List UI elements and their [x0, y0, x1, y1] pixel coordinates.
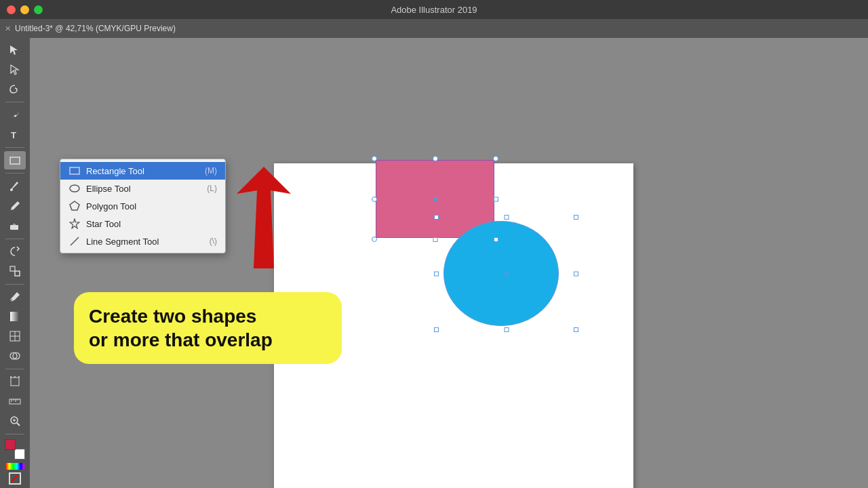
selection-tool[interactable] — [4, 41, 26, 59]
tab-close-icon[interactable]: ✕ — [3, 24, 12, 33]
menu-item-line-segment-label: Line Segment Tool — [86, 237, 204, 247]
svg-rect-26 — [70, 167, 79, 174]
menu-item-rectangle[interactable]: Rectangle Tool (M) — [60, 162, 225, 180]
eraser-tool[interactable] — [4, 216, 26, 235]
blue-circle[interactable] — [443, 221, 559, 326]
gradient-strip[interactable] — [5, 463, 24, 470]
eyedropper-tool[interactable] — [4, 287, 26, 306]
ellipse-tool-icon — [68, 182, 81, 195]
pen-tool[interactable] — [4, 106, 26, 124]
tab-label[interactable]: Untitled-3* @ 42,71% (CMYK/GPU Preview) — [15, 24, 176, 33]
separator-5 — [5, 284, 24, 285]
menu-item-rectangle-shortcut: (M) — [205, 166, 217, 176]
color-swatch-area[interactable] — [5, 439, 25, 460]
menu-item-polygon-label: Polygon Tool — [86, 201, 212, 211]
menu-item-star-label: Star Tool — [86, 219, 212, 229]
paintbrush-tool[interactable] — [4, 177, 26, 195]
svg-rect-17 — [9, 399, 20, 404]
fill-color-swatch[interactable] — [14, 449, 25, 460]
direct-selection-tool[interactable] — [4, 60, 26, 79]
ruler-tool[interactable] — [4, 392, 26, 411]
separator-bottom — [5, 434, 24, 434]
rotate-tool[interactable] — [4, 242, 26, 260]
svg-rect-3 — [10, 225, 18, 230]
svg-rect-5 — [15, 271, 20, 276]
menu-item-rectangle-label: Rectangle Tool — [86, 166, 199, 176]
separator-4 — [5, 239, 24, 239]
left-toolbar: T — [0, 38, 30, 488]
window-controls[interactable] — [7, 5, 43, 14]
svg-point-27 — [70, 185, 79, 192]
tab-bar: ✕ Untitled-3* @ 42,71% (CMYK/GPU Preview… — [0, 19, 868, 38]
shape-context-menu: Rectangle Tool (M) Ellipse Tool (L) Poly… — [60, 159, 226, 253]
close-button[interactable] — [7, 5, 16, 14]
menu-item-line-segment[interactable]: Line Segment Tool (\) — [60, 232, 225, 250]
menu-item-polygon[interactable]: Polygon Tool — [60, 197, 225, 215]
svg-rect-7 — [10, 312, 20, 321]
pencil-tool[interactable] — [4, 197, 26, 215]
minimize-button[interactable] — [20, 5, 29, 14]
stroke-color-swatch[interactable] — [5, 439, 16, 450]
callout-text-line1: Create two shapes or more that overlap — [89, 304, 327, 352]
svg-point-2 — [10, 188, 13, 191]
mesh-tool[interactable] — [4, 327, 26, 346]
menu-item-line-segment-shortcut: (\) — [210, 237, 217, 246]
svg-line-30 — [71, 237, 79, 245]
menu-item-ellipse-shortcut: (L) — [207, 184, 217, 193]
rect-tool-icon — [68, 165, 81, 177]
scale-tool[interactable] — [4, 262, 26, 280]
separator-1 — [5, 102, 24, 102]
svg-marker-28 — [70, 201, 79, 210]
svg-line-23 — [17, 423, 20, 426]
svg-rect-1 — [10, 157, 20, 164]
svg-rect-4 — [10, 266, 15, 271]
zoom-tool[interactable] — [4, 412, 26, 430]
separator-3 — [5, 173, 24, 174]
maximize-button[interactable] — [34, 5, 43, 14]
separator-6 — [5, 369, 24, 369]
svg-marker-29 — [70, 219, 79, 228]
no-color-box[interactable] — [9, 472, 21, 485]
callout-line1: Create two shapes — [89, 306, 256, 327]
menu-item-ellipse-label: Ellipse Tool — [86, 184, 201, 194]
type-tool[interactable]: T — [4, 125, 26, 144]
line-segment-tool-icon — [68, 235, 81, 247]
app-title: Adobe Illustrator 2019 — [391, 5, 477, 15]
callout-box: Create two shapes or more that overlap — [74, 292, 342, 364]
title-bar: Adobe Illustrator 2019 — [0, 0, 868, 19]
artboard-tool[interactable] — [4, 373, 26, 391]
lasso-tool[interactable] — [4, 80, 26, 98]
svg-text:T: T — [11, 130, 16, 140]
canvas-area[interactable]: Rectangle Tool (M) Ellipse Tool (L) Poly… — [30, 38, 868, 488]
gradient-tool[interactable] — [4, 308, 26, 326]
main-layout: T — [0, 38, 868, 488]
separator-2 — [5, 147, 24, 148]
svg-rect-13 — [11, 378, 19, 386]
shape-builder-tool[interactable] — [4, 347, 26, 365]
shape-tool[interactable] — [4, 151, 26, 169]
toolbar-bottom — [5, 432, 25, 488]
menu-item-star[interactable]: Star Tool — [60, 215, 225, 232]
polygon-tool-icon — [68, 200, 81, 212]
menu-item-ellipse[interactable]: Ellipse Tool (L) — [60, 180, 225, 197]
star-tool-icon — [68, 218, 81, 230]
callout-line2: or more that overlap — [89, 329, 273, 350]
